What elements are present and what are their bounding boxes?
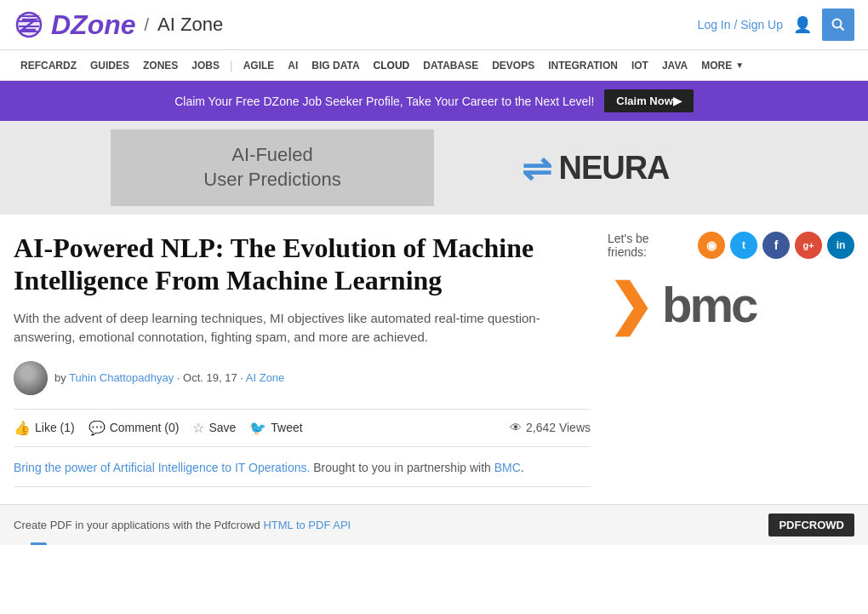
linkedin-button[interactable]: in — [827, 232, 854, 259]
user-icon: 👤 — [793, 15, 812, 34]
claim-now-button[interactable]: Claim Now▶ — [604, 89, 693, 112]
ad-banner: AI-FueledUser Predictions ⇌ NEURA — [0, 121, 868, 215]
sponsor-link[interactable]: Bring the power of Artificial Intelligen… — [14, 461, 310, 474]
eye-icon: 👁 — [510, 421, 522, 434]
rss-button[interactable]: ◉ — [698, 232, 725, 259]
banner-text: Claim Your Free DZone Job Seeker Profile… — [174, 95, 594, 108]
twitter-icon: 🐦 — [249, 420, 266, 436]
nav-item-integration[interactable]: INTEGRATION — [541, 50, 625, 81]
pdf-footer: Create PDF in your applications with the… — [0, 504, 868, 545]
author-by: by — [54, 371, 66, 384]
google-plus-button[interactable]: g+ — [795, 232, 822, 259]
tweet-button[interactable]: 🐦 Tweet — [249, 420, 302, 436]
author-info: by Tuhin Chattopadhyay · Oct. 19, 17 · A… — [54, 371, 284, 384]
twitter-button[interactable]: t — [730, 232, 757, 259]
promo-banner: Claim Your Free DZone Job Seeker Profile… — [0, 81, 868, 121]
comment-label: Comment (0) — [110, 421, 180, 434]
bmc-logo: ❯ bmc — [608, 276, 854, 333]
neura-logo: ⇌ NEURA — [522, 147, 669, 189]
views-label: 2,642 Views — [526, 421, 591, 434]
bmc-wordmark: bmc — [662, 276, 756, 333]
author-name-link[interactable]: Tuhin Chattopadhyay — [69, 371, 174, 384]
nav-item-guides[interactable]: GUIDES — [83, 50, 136, 81]
zone-name: AI Zone — [157, 14, 223, 36]
logo-separator: / — [145, 15, 150, 35]
social-icons: ◉ t f g+ in — [698, 232, 854, 259]
like-label: Like (1) — [35, 421, 75, 434]
main-content: » AI-Powered NLP: The Evolution of Machi… — [0, 215, 868, 487]
neura-wordmark: NEURA — [558, 150, 669, 186]
article-date: Oct. 19, 17 — [183, 371, 237, 384]
ad-left-text: AI-FueledUser Predictions — [203, 143, 340, 192]
friends-label: Let's be friends: — [608, 232, 691, 259]
html-to-pdf-link[interactable]: HTML to PDF API — [263, 519, 351, 531]
nav-divider: | — [230, 59, 233, 72]
search-icon — [831, 18, 845, 32]
nav-item-agile[interactable]: AGILE — [237, 50, 282, 81]
nav-item-zones[interactable]: ZONES — [136, 50, 185, 81]
views-count: 👁 2,642 Views — [510, 421, 591, 434]
facebook-button[interactable]: f — [762, 232, 790, 259]
nav-bar: REFCARDZ GUIDES ZONES JOBS | AGILE AI BI… — [0, 50, 868, 81]
pdfcrowd-button[interactable]: PDFCROWD — [768, 514, 854, 537]
comment-button[interactable]: 💬 Comment (0) — [89, 420, 180, 436]
nav-item-cloud[interactable]: CLOUD — [367, 50, 417, 81]
comment-icon: 💬 — [89, 420, 106, 436]
author-avatar — [14, 361, 48, 395]
nav-item-database[interactable]: DATABASE — [416, 50, 485, 81]
expand-handle[interactable]: » — [31, 542, 47, 545]
site-header: DZone / AI Zone Log In / Sign Up 👤 — [0, 0, 868, 50]
search-button[interactable] — [822, 9, 854, 41]
header-actions: Log In / Sign Up 👤 — [698, 9, 854, 41]
nav-item-devops[interactable]: DEVOPS — [485, 50, 541, 81]
nav-item-java[interactable]: JAVA — [655, 50, 694, 81]
article-title: AI-Powered NLP: The Evolution of Machine… — [14, 232, 591, 297]
svg-line-7 — [841, 27, 844, 31]
like-button[interactable]: 👍 Like (1) — [14, 420, 75, 436]
save-label: Save — [208, 421, 236, 434]
dzone-wordmark: DZone — [51, 9, 136, 41]
sponsor-divider — [14, 486, 591, 487]
bmc-link[interactable]: BMC — [494, 461, 521, 474]
sponsor-suffix: Brought to you in partnership with — [313, 461, 494, 474]
nav-item-jobs[interactable]: JOBS — [185, 50, 226, 81]
action-bar: 👍 Like (1) 💬 Comment (0) ☆ Save 🐦 Tweet … — [14, 409, 591, 447]
tweet-label: Tweet — [271, 421, 302, 434]
article-subtitle: With the advent of deep learning techniq… — [14, 309, 591, 347]
nav-item-iot[interactable]: IOT — [625, 50, 655, 81]
zone-link[interactable]: AI Zone — [246, 371, 285, 384]
sponsor-line: Bring the power of Artificial Intelligen… — [14, 461, 591, 474]
pdf-footer-text: Create PDF in your applications with the… — [14, 519, 351, 531]
nav-item-more[interactable]: MORE ▼ — [694, 50, 751, 81]
ad-inner: AI-FueledUser Predictions ⇌ NEURA — [111, 129, 757, 206]
ad-right-panel: ⇌ NEURA — [434, 129, 757, 206]
login-link[interactable]: Log In / Sign Up — [698, 18, 783, 32]
sidebar: Let's be friends: ◉ t f g+ in ❯ bmc — [608, 232, 854, 487]
bmc-chevron-icon: ❯ — [608, 278, 654, 332]
author-row: by Tuhin Chattopadhyay · Oct. 19, 17 · A… — [14, 361, 591, 395]
nav-item-bigdata[interactable]: BIG DATA — [305, 50, 366, 81]
social-section: Let's be friends: ◉ t f g+ in — [608, 232, 854, 259]
star-icon: ☆ — [192, 420, 204, 436]
nav-item-ai[interactable]: AI — [281, 50, 305, 81]
logo[interactable]: DZone / AI Zone — [14, 9, 223, 41]
save-button[interactable]: ☆ Save — [192, 420, 236, 436]
article-content: AI-Powered NLP: The Evolution of Machine… — [14, 232, 591, 487]
thumbs-up-icon: 👍 — [14, 420, 31, 436]
chevron-down-icon: ▼ — [735, 60, 744, 70]
avatar-image — [14, 361, 48, 395]
nav-item-refcardz[interactable]: REFCARDZ — [14, 50, 83, 81]
dzone-logo-icon — [14, 9, 44, 40]
svg-point-6 — [833, 20, 842, 28]
neura-arrows-icon: ⇌ — [522, 147, 551, 189]
ad-left-panel: AI-FueledUser Predictions — [111, 129, 434, 206]
